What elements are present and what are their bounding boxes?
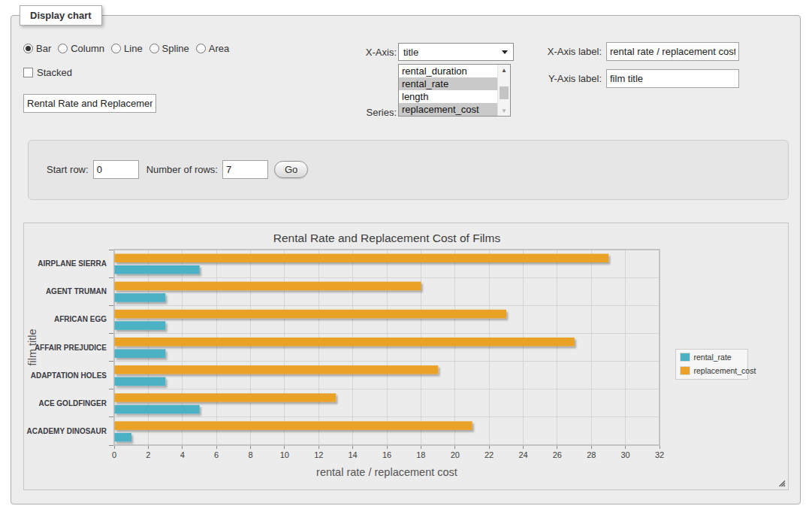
x-axis-label-input[interactable] bbox=[606, 42, 739, 61]
stacked-row: Stacked bbox=[23, 67, 72, 78]
y-axis-label-caption: Y-Axis label: bbox=[512, 73, 602, 84]
series-option-rental_rate[interactable]: rental_rate bbox=[399, 77, 498, 90]
svg-text:Rental Rate and Replacement Co: Rental Rate and Replacement Cost of Film… bbox=[273, 232, 501, 244]
chart-title-input[interactable] bbox=[23, 94, 156, 113]
go-button[interactable]: Go bbox=[274, 161, 308, 178]
svg-text:10: 10 bbox=[280, 450, 289, 459]
rows-controls-box: Start row: Number of rows: Go bbox=[28, 140, 789, 200]
svg-text:32: 32 bbox=[655, 450, 664, 459]
chart-type-radio-area[interactable]: Area bbox=[196, 43, 229, 54]
svg-text:2: 2 bbox=[146, 450, 150, 459]
svg-text:28: 28 bbox=[587, 450, 596, 459]
scrollbar-up-button[interactable]: ▲ bbox=[498, 65, 510, 75]
series-label: Series: bbox=[301, 107, 397, 118]
radio-label: Line bbox=[124, 43, 143, 54]
svg-text:replacement_cost: replacement_cost bbox=[694, 366, 756, 375]
y-axis-label-input[interactable] bbox=[606, 69, 739, 88]
x-axis-select[interactable]: title bbox=[398, 43, 514, 61]
radio-icon[interactable] bbox=[149, 44, 159, 53]
radio-icon[interactable] bbox=[111, 44, 121, 53]
svg-text:ACADEMY DINOSAUR: ACADEMY DINOSAUR bbox=[27, 427, 107, 435]
radio-label: Area bbox=[209, 43, 229, 54]
display-chart-panel: Display chart BarColumnLineSplineArea St… bbox=[11, 15, 801, 504]
svg-text:18: 18 bbox=[416, 450, 425, 459]
svg-text:AFFAIR PREJUDICE: AFFAIR PREJUDICE bbox=[35, 344, 107, 352]
radio-icon[interactable] bbox=[23, 44, 33, 53]
chart-type-radio-bar[interactable]: Bar bbox=[23, 43, 51, 54]
radio-label: Bar bbox=[36, 43, 51, 54]
svg-text:20: 20 bbox=[451, 450, 460, 459]
series-option-rental_duration[interactable]: rental_duration bbox=[399, 65, 498, 77]
chart-type-radio-column[interactable]: Column bbox=[58, 43, 104, 54]
radio-icon[interactable] bbox=[58, 44, 68, 53]
series-option-replacement_cost[interactable]: replacement_cost bbox=[399, 103, 498, 116]
svg-text:12: 12 bbox=[314, 450, 323, 459]
svg-text:6: 6 bbox=[214, 450, 219, 459]
svg-text:AFRICAN EGG: AFRICAN EGG bbox=[54, 315, 107, 323]
chart-container: 02468101214161820222426283032AIRPLANE SI… bbox=[23, 223, 789, 490]
start-row-input[interactable] bbox=[93, 160, 139, 179]
x-axis-selected-value: title bbox=[403, 47, 418, 58]
svg-text:4: 4 bbox=[180, 450, 185, 459]
bar-chart: 02468101214161820222426283032AIRPLANE SI… bbox=[24, 223, 788, 489]
svg-text:16: 16 bbox=[382, 450, 391, 459]
svg-text:AGENT TRUMAN: AGENT TRUMAN bbox=[46, 287, 107, 295]
series-option-length[interactable]: length bbox=[399, 90, 498, 103]
panel-title: Display chart bbox=[20, 5, 102, 26]
page: Display chart BarColumnLineSplineArea St… bbox=[0, 0, 812, 512]
svg-text:ACE GOLDFINGER: ACE GOLDFINGER bbox=[38, 399, 107, 407]
resize-handle-icon[interactable] bbox=[777, 479, 786, 487]
svg-text:AIRPLANE SIERRA: AIRPLANE SIERRA bbox=[38, 259, 107, 268]
svg-text:26: 26 bbox=[553, 450, 562, 459]
scrollbar-thumb[interactable] bbox=[500, 86, 509, 99]
svg-text:14: 14 bbox=[349, 450, 358, 459]
x-axis-select-label: X-Axis: bbox=[301, 47, 397, 58]
series-options: rental_durationrental_ratelengthreplacem… bbox=[399, 65, 498, 116]
series-scrollbar[interactable]: ▲ ▼ bbox=[497, 65, 510, 116]
svg-text:30: 30 bbox=[621, 450, 630, 459]
chart-type-radio-line[interactable]: Line bbox=[111, 43, 143, 54]
start-row-label: Start row: bbox=[47, 164, 89, 175]
svg-text:0: 0 bbox=[112, 450, 116, 459]
svg-text:8: 8 bbox=[248, 450, 252, 459]
stacked-checkbox[interactable] bbox=[23, 68, 33, 77]
stacked-label: Stacked bbox=[37, 67, 72, 78]
chart-type-radios: BarColumnLineSplineArea bbox=[23, 43, 229, 54]
radio-icon[interactable] bbox=[196, 44, 206, 53]
num-rows-input[interactable] bbox=[222, 160, 268, 179]
svg-text:ADAPTATION HOLES: ADAPTATION HOLES bbox=[31, 371, 107, 380]
select-dropdown-arrow-icon bbox=[502, 50, 508, 54]
chart-type-radio-spline[interactable]: Spline bbox=[149, 43, 189, 54]
radio-label: Column bbox=[71, 43, 104, 54]
svg-text:24: 24 bbox=[518, 450, 527, 459]
svg-text:rental rate / replacement cost: rental rate / replacement cost bbox=[316, 466, 457, 478]
num-rows-label: Number of rows: bbox=[146, 164, 218, 175]
svg-text:film title: film title bbox=[26, 329, 38, 365]
svg-text:22: 22 bbox=[484, 450, 494, 459]
rows-controls: Start row: Number of rows: Go bbox=[47, 160, 308, 179]
x-axis-label-caption: X-Axis label: bbox=[512, 46, 602, 57]
svg-text:rental_rate: rental_rate bbox=[694, 353, 732, 362]
radio-label: Spline bbox=[162, 43, 189, 54]
scrollbar-down-button[interactable]: ▼ bbox=[498, 105, 510, 116]
series-listbox: rental_durationrental_ratelengthreplacem… bbox=[398, 64, 511, 117]
